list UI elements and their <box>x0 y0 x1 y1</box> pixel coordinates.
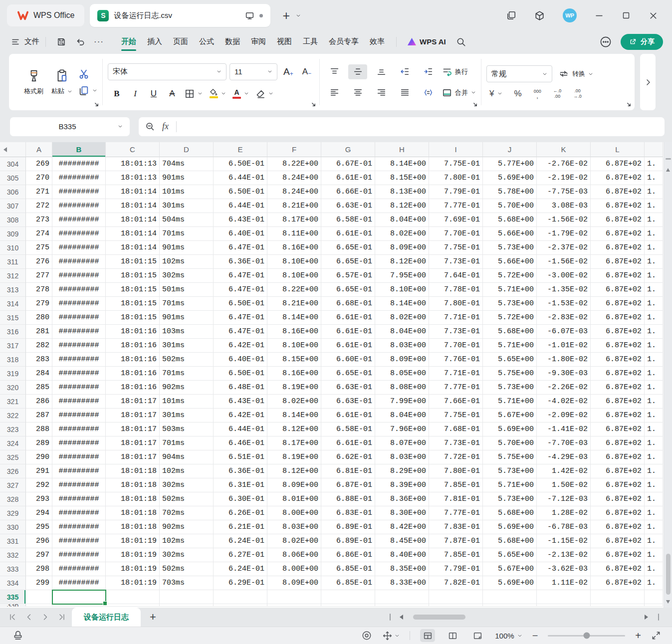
cell[interactable]: 6.87E+02 <box>591 367 645 381</box>
cell[interactable]: 270 <box>26 171 52 185</box>
cell[interactable]: 296 <box>26 534 52 548</box>
cell[interactable] <box>429 604 483 607</box>
wps-ai-item[interactable]: WPS AI <box>408 37 446 46</box>
align-left-button[interactable] <box>325 85 344 100</box>
cell[interactable]: 301ms <box>160 339 214 353</box>
cell[interactable]: 271 <box>26 185 52 199</box>
cell[interactable] <box>26 604 52 607</box>
cell[interactable]: 6.61E-01 <box>321 409 375 423</box>
cell[interactable]: 8.10E+00 <box>267 339 321 353</box>
cell[interactable]: 503ms <box>160 423 214 436</box>
cell[interactable]: 102ms <box>160 464 214 478</box>
cell[interactable]: 8.22E+00 <box>267 157 321 171</box>
cell[interactable]: 1. <box>645 534 663 548</box>
cell[interactable]: 18:01:17 <box>106 409 160 423</box>
cell[interactable]: 7.96E+00 <box>375 423 429 436</box>
cell[interactable]: 8.02E+00 <box>267 534 321 548</box>
cell[interactable]: -1.56E-02 <box>537 255 591 269</box>
cell[interactable]: 1.50E-02 <box>537 478 591 492</box>
cell[interactable]: 272 <box>26 199 52 213</box>
cell[interactable]: 6.87E+02 <box>591 450 645 464</box>
document-tab[interactable]: S 设备运行日志.csv <box>90 4 270 27</box>
cell[interactable]: 8.03E+00 <box>267 520 321 534</box>
cell[interactable]: 299 <box>26 576 52 590</box>
cell[interactable]: 6.62E-01 <box>321 450 375 464</box>
cell[interactable]: -4.29E-03 <box>537 450 591 464</box>
row-header-332[interactable]: 332 <box>0 548 26 562</box>
ribbon-expand-button[interactable] <box>640 54 656 110</box>
col-header-E[interactable]: E <box>214 142 267 157</box>
cell[interactable]: 8.36E+00 <box>375 492 429 506</box>
cell[interactable]: 501ms <box>160 283 214 297</box>
col-header-H[interactable]: H <box>375 142 429 157</box>
cell[interactable]: 5.69E+00 <box>483 171 537 185</box>
cell[interactable]: -3.62E-03 <box>537 562 591 576</box>
zoom-formula-icon[interactable] <box>145 122 155 131</box>
cell[interactable]: 6.50E-01 <box>214 367 267 381</box>
strikethrough-button[interactable]: A <box>166 86 178 101</box>
cell[interactable]: 6.30E-01 <box>214 492 267 506</box>
row-header-330[interactable]: 330 <box>0 520 26 534</box>
cell[interactable]: 6.65E-01 <box>321 241 375 255</box>
cell[interactable]: 6.85E-01 <box>321 576 375 590</box>
cell[interactable]: 8.17E+00 <box>267 213 321 227</box>
cell[interactable]: 301ms <box>160 199 214 213</box>
cell[interactable]: 7.99E+00 <box>375 395 429 409</box>
cell[interactable]: 6.43E-01 <box>214 395 267 409</box>
decrease-indent-button[interactable] <box>395 64 414 79</box>
cell[interactable]: 18:01:15 <box>106 269 160 283</box>
cell[interactable]: 8.40E+00 <box>375 548 429 562</box>
view-layout-button[interactable] <box>470 629 485 642</box>
cell[interactable]: 7.77E-01 <box>429 199 483 213</box>
cell[interactable]: 6.51E-01 <box>214 450 267 464</box>
cell[interactable]: 3.08E-03 <box>537 199 591 213</box>
cell[interactable] <box>645 590 663 604</box>
cell[interactable]: 8.04E+00 <box>375 213 429 227</box>
cell[interactable]: 8.02E+00 <box>375 311 429 325</box>
cell[interactable]: 1. <box>645 311 663 325</box>
cell[interactable]: 6.61E-01 <box>321 171 375 185</box>
justify-button[interactable] <box>395 85 414 100</box>
cell[interactable] <box>321 590 375 604</box>
cell[interactable]: 302ms <box>160 478 214 492</box>
sheet-first-icon[interactable] <box>8 613 16 621</box>
cell[interactable]: 8.33E+00 <box>375 576 429 590</box>
cell[interactable]: 18:01:19 <box>106 562 160 576</box>
selection-box[interactable] <box>52 590 106 605</box>
number-format-select[interactable]: 常规 <box>486 65 552 82</box>
sheet-next-icon[interactable] <box>41 613 49 621</box>
menu-tab-2[interactable]: 插入 <box>142 31 168 52</box>
cell[interactable]: 6.68E-01 <box>321 297 375 311</box>
cell[interactable] <box>645 604 663 607</box>
windows-stack-icon[interactable] <box>506 10 516 20</box>
cell[interactable]: 6.50E-01 <box>214 157 267 171</box>
row-header-333[interactable]: 333 <box>0 562 26 576</box>
cell[interactable]: 6.61E-01 <box>321 436 375 450</box>
cell[interactable]: 8.24E+00 <box>267 171 321 185</box>
formula-input-area[interactable]: fx <box>139 117 665 136</box>
cell[interactable]: 18:01:16 <box>106 325 160 339</box>
row-header-328[interactable]: 328 <box>0 492 26 506</box>
cell[interactable]: 6.60E-01 <box>321 353 375 367</box>
menu-tab-4[interactable]: 公式 <box>194 31 220 52</box>
cell[interactable]: 6.67E-01 <box>321 157 375 171</box>
cell[interactable]: 7.79E-01 <box>429 562 483 576</box>
cell[interactable]: ######### <box>52 199 106 213</box>
cell[interactable]: 1. <box>645 548 663 562</box>
cell[interactable]: 5.71E+00 <box>483 283 537 297</box>
cell[interactable]: 18:01:13 <box>106 157 160 171</box>
labs-cube-icon[interactable] <box>534 10 545 21</box>
cell[interactable]: 6.87E+02 <box>591 478 645 492</box>
increase-indent-button[interactable] <box>419 64 438 79</box>
cell[interactable]: 289 <box>26 436 52 450</box>
cell[interactable]: 8.10E+00 <box>375 283 429 297</box>
cell[interactable]: 18:01:18 <box>106 492 160 506</box>
cell[interactable]: ######### <box>52 255 106 269</box>
cell[interactable]: 7.73E-01 <box>429 255 483 269</box>
cell[interactable]: 7.66E-01 <box>429 395 483 409</box>
cell[interactable]: -3.00E-02 <box>537 269 591 283</box>
cell[interactable]: ######### <box>52 227 106 241</box>
fx-icon[interactable]: fx <box>162 121 169 132</box>
cell[interactable]: 6.87E+02 <box>591 269 645 283</box>
cell[interactable]: 6.87E+02 <box>591 395 645 409</box>
